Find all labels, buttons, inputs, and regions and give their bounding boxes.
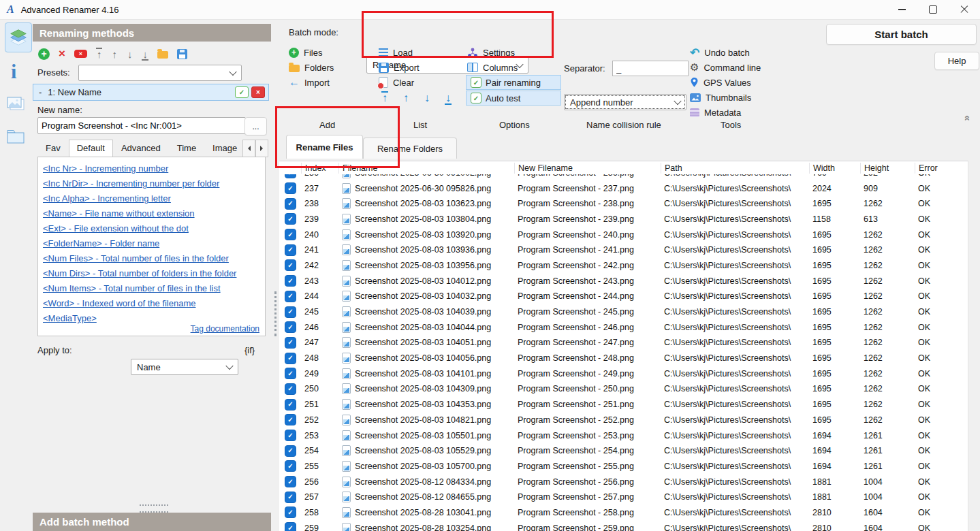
folders-button[interactable]: Folders [289,61,334,74]
method-enabled-checkbox[interactable]: ✓ [235,86,249,98]
table-row[interactable]: ✓ 246 Screenshot 2025-08-03 104044.png P… [279,319,968,335]
move-item-bottom-icon[interactable]: ↓ [445,91,452,105]
load-button[interactable]: Load [379,46,413,59]
tab-scroll-right-button[interactable] [255,140,268,157]
move-method-up-icon[interactable]: ↑ [111,48,118,61]
rail-item-renaming-methods[interactable] [5,22,32,52]
new-name-input[interactable] [37,117,246,134]
tag-link[interactable]: <Inc Nr> - Incrementing number [38,161,265,176]
row-checkbox[interactable]: ✓ [285,522,296,531]
move-item-up-icon[interactable]: ↑ [402,91,409,105]
row-checkbox[interactable]: ✓ [285,321,296,333]
minimize-button[interactable] [886,0,917,19]
clear-methods-icon[interactable]: × [74,50,87,58]
rail-item-images[interactable] [7,97,25,113]
tag-link[interactable]: <Num Files> - Total number of files in t… [38,251,265,266]
table-row[interactable]: ✓ 238 Screenshot 2025-08-03 103623.png P… [279,196,968,212]
row-checkbox[interactable]: ✓ [285,306,296,318]
table-row[interactable]: ✓ 248 Screenshot 2025-08-03 104056.png P… [279,351,968,366]
move-item-top-icon[interactable]: ↑ [381,91,388,105]
tag-link[interactable]: <Num Items> - Total number of files in t… [38,281,265,296]
table-scrollbar[interactable] [968,161,980,531]
import-button[interactable]: ← Import [289,76,330,89]
tab-scroll-left-button[interactable] [242,140,255,157]
column-header[interactable]: Height [860,163,915,174]
panel-resize-grip[interactable] [140,504,168,513]
collapse-toolbar-icon[interactable]: « [962,115,974,119]
rail-item-information[interactable]: i [11,61,16,82]
table-row[interactable]: ✓ 252 Screenshot 2025-08-03 104821.png P… [279,413,968,428]
move-method-top-icon[interactable]: ↑ [96,48,103,61]
tag-link[interactable]: <Word> - Indexed word of the filename [38,296,265,311]
column-header[interactable]: Path [661,163,809,174]
collision-rule-dropdown[interactable]: Append number [564,94,686,110]
thumbnails-button[interactable]: Thumbnails [690,91,751,104]
row-checkbox[interactable]: ✓ [285,353,296,364]
row-checkbox[interactable]: ✓ [285,460,296,472]
table-row[interactable]: ✓ 239 Screenshot 2025-08-03 103804.png P… [279,212,968,227]
table-row[interactable]: ✓ 241 Screenshot 2025-08-03 103936.png P… [279,242,968,258]
add-method-icon[interactable]: + [38,48,50,60]
save-preset-icon[interactable] [177,49,187,59]
column-header[interactable]: Width [809,163,860,174]
row-checkbox[interactable]: ✓ [285,229,296,240]
command-line-button[interactable]: ⚙ Command line [690,61,761,74]
apply-to-dropdown[interactable]: Name [131,359,238,375]
remove-method-icon[interactable]: × [59,47,65,61]
metadata-button[interactable]: Metadata [690,106,741,119]
presets-dropdown[interactable] [78,65,242,81]
tab-image[interactable]: Image [204,140,242,157]
row-checkbox[interactable]: ✓ [285,368,296,379]
table-row[interactable]: ✓ 257 Screenshot 2025-08-12 084655.png P… [279,489,968,505]
tag-link[interactable]: <Inc NrDir> - Incrementing number per fo… [38,176,265,191]
row-checkbox[interactable]: ✓ [285,337,296,349]
help-button[interactable]: Help [934,52,979,70]
open-preset-icon[interactable] [157,51,168,59]
gps-values-button[interactable]: GPS Values [690,76,751,89]
table-row[interactable]: ✓ 256 Screenshot 2025-08-12 084334.png P… [279,474,968,489]
tag-documentation-link[interactable]: Tag documentation [191,324,259,334]
table-row[interactable]: ✓ 237 Screenshot 2025-06-30 095826.png P… [279,180,968,196]
method-delete-button[interactable]: × [251,86,265,98]
add-batch-method-header[interactable]: Add batch method [33,513,271,531]
row-checkbox[interactable]: ✓ [285,383,296,395]
table-row[interactable]: ✓ 259 Screenshot 2025-08-28 103254.png P… [279,520,968,531]
table-row[interactable]: ✓ 253 Screenshot 2025-08-03 105501.png P… [279,428,968,443]
row-checkbox[interactable]: ✓ [285,506,296,518]
undo-batch-button[interactable]: ↶ Undo batch [690,46,750,59]
table-row[interactable]: ✓ 250 Screenshot 2025-08-03 104309.png P… [279,381,968,397]
rail-item-folders[interactable] [7,129,25,146]
table-row[interactable]: ✓ 251 Screenshot 2025-08-03 104353.png P… [279,397,968,413]
column-header[interactable]: Error [915,163,968,174]
table-row[interactable]: ✓ 255 Screenshot 2025-08-03 105700.png P… [279,459,968,474]
more-options-button[interactable]: ... [244,117,267,135]
row-checkbox[interactable]: ✓ [285,476,296,487]
tag-link[interactable]: <Num Dirs> - Total number of folders in … [38,266,265,281]
tab-rename-files[interactable]: Rename Files [286,135,363,159]
row-checkbox[interactable]: ✓ [285,182,296,194]
tab-rename-folders[interactable]: Rename Folders [363,138,457,159]
row-checkbox[interactable]: ✓ [285,198,296,210]
clear-button[interactable]: Clear [379,76,414,89]
pair-renaming-toggle[interactable]: ✓ Pair renaming [466,75,561,90]
method-header[interactable]: - 1: New Name ✓ × [33,84,269,101]
table-row[interactable]: ✓ 254 Screenshot 2025-08-03 105529.png P… [279,443,968,459]
move-method-bottom-icon[interactable]: ↓ [142,48,148,61]
column-header[interactable]: New Filename [514,163,661,174]
export-button[interactable]: Export [379,61,420,74]
column-header[interactable]: Filename [338,163,514,174]
move-method-down-icon[interactable]: ↓ [127,48,133,61]
row-checkbox[interactable]: ✓ [285,259,296,271]
files-button[interactable]: + Files [289,46,322,59]
row-checkbox[interactable]: ✓ [285,414,296,425]
table-row[interactable]: ✓ 243 Screenshot 2025-08-03 104012.png P… [279,273,968,289]
tag-link[interactable]: <Ext> - File extension without the dot [38,221,265,236]
move-item-down-icon[interactable]: ↓ [424,91,430,105]
row-checkbox[interactable]: ✓ [285,213,296,225]
if-button[interactable]: {if} [244,345,255,355]
splitter-grip[interactable] [274,291,276,336]
tab-fav[interactable]: Fav [37,140,69,157]
table-row[interactable]: ✓ 240 Screenshot 2025-08-03 103920.png P… [279,227,968,242]
auto-test-toggle[interactable]: ✓ Auto test [466,91,561,106]
row-checkbox[interactable]: ✓ [285,244,296,256]
